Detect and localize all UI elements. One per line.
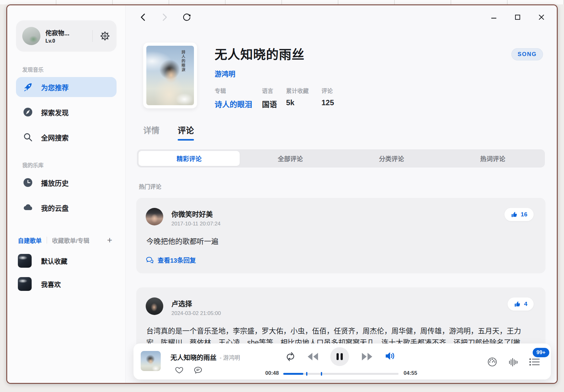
sidebar-item-cloud[interactable]: 我的云盘 <box>16 198 117 218</box>
playlist-cover <box>18 277 32 291</box>
forward-button[interactable] <box>161 13 168 22</box>
comment-text: 今晚把他的歌都听一遍 <box>146 236 534 247</box>
like-button[interactable]: 4 <box>508 297 534 311</box>
filter-hotword-comments[interactable]: 热词评论 <box>442 151 543 166</box>
meta-label: 语言 <box>262 86 286 95</box>
player-album-thumb[interactable] <box>141 351 161 371</box>
album-art[interactable]: 詩人的眼淚 <box>143 43 197 108</box>
previous-track-icon[interactable] <box>306 352 319 362</box>
sidebar-item-label: 全网搜索 <box>41 132 69 142</box>
progress-bar[interactable] <box>283 373 399 375</box>
meta-label: 专辑 <box>215 86 262 95</box>
section-label-discover: 发现音乐 <box>22 65 117 73</box>
player-song-artist: - 游鸿明 <box>220 353 240 361</box>
sidebar-item-label: 探索发现 <box>41 107 69 117</box>
like-count: 4 <box>524 301 527 307</box>
song-title: 无人知晓的雨丝 <box>215 44 334 63</box>
queue-count-badge: 99+ <box>533 348 549 357</box>
commenter-avatar[interactable] <box>146 208 163 225</box>
meta-value: 国语 <box>262 98 286 109</box>
add-playlist-button[interactable]: + <box>107 236 112 245</box>
volume-icon[interactable] <box>384 350 397 362</box>
profile-level: Lv.0 <box>45 38 70 44</box>
comment-card: 你微笑时好美 2017-10-11 20:07:24 今晚把他的歌都听一遍 查看… <box>136 198 546 273</box>
filter-category-comments[interactable]: 分类评论 <box>341 151 442 166</box>
meta-value: 125 <box>321 98 334 107</box>
commenter-avatar[interactable] <box>146 297 163 315</box>
view-replies-link[interactable]: 查看13条回复 <box>146 255 534 265</box>
content-tabs: 详情 评论 <box>143 124 539 141</box>
song-artist-link[interactable]: 游鸿明 <box>215 68 334 78</box>
album-link[interactable]: 诗人的眼泪 <box>215 98 262 109</box>
play-queue-icon[interactable] <box>529 357 540 367</box>
comment-bubble-icon[interactable] <box>194 366 202 374</box>
sidebar: 侘寂物... Lv.0 发现音乐 <box>7 5 126 383</box>
tab-comments[interactable]: 评论 <box>178 124 194 141</box>
comment-date: 2024-03-02 21:05:00 <box>171 310 221 317</box>
back-button[interactable] <box>139 13 147 22</box>
playlist-item-liked[interactable]: 我喜欢 <box>16 277 117 291</box>
meta-value: 5k <box>286 98 321 107</box>
repeat-icon[interactable] <box>285 351 296 362</box>
section-label-library: 我的乐库 <box>22 161 117 169</box>
song-meta: 专辑 诗人的眼泪 语言 国语 累计收藏 5k 评论 125 <box>215 86 334 109</box>
avatar[interactable] <box>22 27 40 45</box>
playlist-name: 我喜欢 <box>41 279 61 289</box>
gear-icon[interactable] <box>100 31 110 41</box>
comment-filter-segmented: 精彩评论 全部评论 分类评论 热词评论 <box>137 149 545 168</box>
favorite-heart-icon[interactable] <box>175 366 184 374</box>
sidebar-item-search[interactable]: 全网搜索 <box>16 127 117 147</box>
cloud-icon <box>23 203 33 213</box>
playlist-cover <box>18 254 32 268</box>
sidebar-item-label: 为您推荐 <box>41 82 69 92</box>
sidebar-item-recommend[interactable]: 为您推荐 <box>16 77 117 97</box>
current-time: 00:48 <box>260 370 279 376</box>
filter-highlight-comments[interactable]: 精彩评论 <box>138 151 240 166</box>
playlist-name: 默认收藏 <box>41 256 67 266</box>
rocket-icon <box>23 82 33 92</box>
progress-tick <box>321 372 322 376</box>
playlist-item-default[interactable]: 默认收藏 <box>16 254 117 268</box>
refresh-button[interactable] <box>182 13 191 22</box>
app-window: 侘寂物... Lv.0 发现音乐 <box>6 4 558 384</box>
clock-icon <box>23 178 33 188</box>
maximize-button[interactable] <box>514 14 521 21</box>
playback-speed-icon[interactable] <box>487 357 498 367</box>
album-art-calligraphy: 詩人的眼淚 <box>180 50 186 72</box>
thumbs-up-icon <box>511 211 518 218</box>
next-track-icon[interactable] <box>361 352 373 362</box>
progress-fill <box>283 373 303 375</box>
close-button[interactable] <box>538 14 545 21</box>
sidebar-item-history[interactable]: 播放历史 <box>16 173 117 193</box>
profile-name: 侘寂物... <box>45 28 70 37</box>
tab-collected-playlists[interactable]: 收藏歌单/专辑 <box>52 236 89 245</box>
search-icon <box>23 132 33 142</box>
like-button[interactable]: 16 <box>504 208 534 221</box>
pause-button[interactable] <box>330 347 349 366</box>
commenter-name: 你微笑时好美 <box>171 209 221 219</box>
compass-icon <box>23 107 33 117</box>
profile-card[interactable]: 侘寂物... Lv.0 <box>16 20 117 52</box>
minimize-button[interactable] <box>490 14 497 21</box>
total-time: 04:55 <box>404 370 417 376</box>
playlist-tabs: 自建歌单 收藏歌单/专辑 + <box>18 236 115 245</box>
thumbs-up-icon <box>514 301 521 307</box>
divider <box>92 30 93 42</box>
tab-own-playlists[interactable]: 自建歌单 <box>18 236 42 245</box>
background-tab-strip <box>0 0 564 4</box>
song-type-badge: SONG <box>511 48 543 60</box>
player-song-title: 无人知晓的雨丝 <box>170 352 217 362</box>
comment-date: 2017-10-11 20:07:24 <box>171 221 221 227</box>
like-count: 16 <box>521 211 527 218</box>
topbar <box>126 5 557 29</box>
meta-label: 累计收藏 <box>286 86 321 95</box>
divider <box>47 237 47 244</box>
progress-tick <box>306 372 307 376</box>
sidebar-item-explore[interactable]: 探索发现 <box>16 102 117 122</box>
tab-detail[interactable]: 详情 <box>143 124 159 141</box>
commenter-name: 卢选择 <box>171 298 221 308</box>
main-content: 詩人的眼淚 无人知晓的雨丝 游鸿明 专辑 诗人的眼泪 语言 国语 累计收藏 5k… <box>126 5 557 383</box>
filter-all-comments[interactable]: 全部评论 <box>240 151 341 166</box>
hot-comments-label: 热门评论 <box>139 182 557 190</box>
equalizer-icon[interactable] <box>508 357 518 367</box>
